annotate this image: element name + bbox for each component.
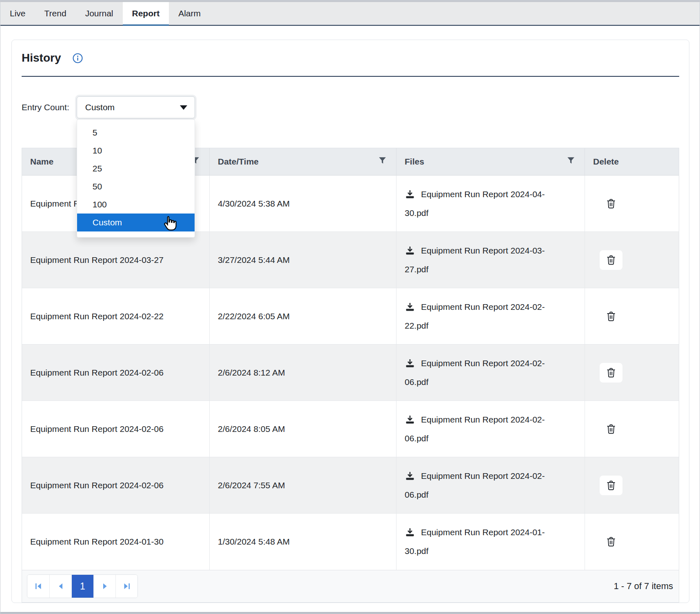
name-cell: Equipment Run Report 2024-03-27 bbox=[22, 232, 209, 288]
download-icon bbox=[405, 415, 421, 424]
delete-cell bbox=[585, 457, 679, 513]
name-cell: Equipment Run Report 2024-02-06 bbox=[22, 401, 209, 457]
entry-count-combo-wrap: Custom 5 10 25 50 100 Custom bbox=[77, 96, 195, 118]
file-download-link[interactable]: Equipment Run Report 2024-04-30.pdf bbox=[405, 185, 556, 222]
option-custom-label: Custom bbox=[93, 218, 122, 227]
option-custom[interactable]: Custom bbox=[77, 214, 195, 231]
download-icon bbox=[405, 358, 421, 368]
tab-journal[interactable]: Journal bbox=[76, 2, 123, 25]
download-icon bbox=[405, 189, 421, 199]
filter-icon[interactable] bbox=[379, 157, 386, 167]
title-divider bbox=[22, 76, 679, 77]
datetime-cell: 2/6/2024 7:55 AM bbox=[209, 457, 396, 513]
datetime-cell: 3/27/2024 5:44 AM bbox=[209, 232, 396, 288]
last-page-button[interactable] bbox=[115, 575, 137, 598]
file-download-link[interactable]: Equipment Run Report 2024-02-06.pdf bbox=[405, 410, 556, 448]
download-icon bbox=[405, 302, 421, 311]
delete-button[interactable] bbox=[600, 532, 622, 552]
app-window: Live Trend Journal Report Alarm History … bbox=[0, 0, 700, 614]
download-icon bbox=[405, 246, 421, 255]
file-download-link[interactable]: Equipment Run Report 2024-02-06.pdf bbox=[405, 354, 556, 392]
delete-cell bbox=[585, 345, 679, 400]
next-page-button[interactable] bbox=[93, 575, 115, 598]
download-icon bbox=[405, 527, 421, 537]
delete-header-label: Delete bbox=[593, 157, 619, 167]
files-cell: Equipment Run Report 2024-02-06.pdf bbox=[396, 401, 585, 457]
option-5[interactable]: 5 bbox=[77, 124, 195, 142]
delete-button[interactable] bbox=[600, 250, 622, 270]
delete-button[interactable] bbox=[600, 363, 622, 383]
entry-count-dropdown: 5 10 25 50 100 Custom bbox=[77, 119, 195, 238]
name-cell: Equipment Run Report 2024-01-30 bbox=[22, 514, 209, 570]
column-header-delete: Delete bbox=[585, 148, 679, 175]
delete-button[interactable] bbox=[600, 476, 622, 495]
delete-cell bbox=[585, 176, 679, 231]
files-cell: Equipment Run Report 2024-02-06.pdf bbox=[396, 457, 585, 513]
previous-page-button[interactable] bbox=[49, 575, 71, 598]
files-header-label: Files bbox=[405, 157, 424, 167]
info-icon[interactable] bbox=[72, 53, 83, 64]
download-icon bbox=[405, 471, 421, 481]
option-100[interactable]: 100 bbox=[77, 196, 195, 214]
chevron-down-icon bbox=[180, 105, 187, 110]
tab-bar: Live Trend Journal Report Alarm bbox=[0, 2, 700, 26]
delete-button[interactable] bbox=[600, 419, 622, 439]
files-cell: Equipment Run Report 2024-03-27.pdf bbox=[396, 232, 585, 288]
entry-count-value: Custom bbox=[85, 102, 115, 112]
option-25[interactable]: 25 bbox=[77, 160, 195, 178]
delete-button[interactable] bbox=[600, 194, 622, 214]
files-cell: Equipment Run Report 2024-04-30.pdf bbox=[396, 176, 585, 231]
tab-report[interactable]: Report bbox=[123, 2, 169, 25]
table-row: Equipment Run Report 2024-02-06 2/6/2024… bbox=[22, 401, 679, 457]
items-count-label: 1 - 7 of 7 items bbox=[614, 581, 673, 592]
delete-cell bbox=[585, 288, 679, 344]
pagination-buttons: 1 bbox=[27, 574, 138, 598]
file-download-link[interactable]: Equipment Run Report 2024-03-27.pdf bbox=[405, 241, 556, 279]
table-row: Equipment Run Report 2024-02-06 2/6/2024… bbox=[22, 345, 679, 401]
entry-count-select[interactable]: Custom bbox=[77, 96, 195, 118]
tab-trend[interactable]: Trend bbox=[35, 2, 76, 25]
page-title: History bbox=[22, 51, 61, 65]
datetime-cell: 1/30/2024 5:48 AM bbox=[209, 514, 396, 570]
pagination-bar: 1 1 - 7 of 7 items bbox=[22, 570, 679, 603]
datetime-cell: 2/22/2024 6:05 AM bbox=[209, 288, 396, 344]
datetime-cell: 2/6/2024 8:12 AM bbox=[209, 345, 396, 400]
option-50[interactable]: 50 bbox=[77, 178, 195, 196]
history-card: History Entry Count: Custom 5 10 bbox=[11, 40, 689, 603]
datetime-header-label: Date/Time bbox=[218, 157, 259, 167]
files-cell: Equipment Run Report 2024-02-06.pdf bbox=[396, 345, 585, 400]
table-row: Equipment Run Report 2024-02-06 2/6/2024… bbox=[22, 457, 679, 514]
file-download-link[interactable]: Equipment Run Report 2024-02-06.pdf bbox=[405, 467, 556, 504]
table-row: Equipment Run Report 2024-02-22 2/22/202… bbox=[22, 288, 679, 345]
datetime-cell: 2/6/2024 8:05 AM bbox=[209, 401, 396, 457]
delete-button[interactable] bbox=[600, 307, 622, 326]
file-download-link[interactable]: Equipment Run Report 2024-01-30.pdf bbox=[405, 523, 556, 561]
hand-cursor-icon bbox=[161, 216, 177, 234]
name-cell: Equipment Run Report 2024-02-06 bbox=[22, 345, 209, 400]
table-row: Equipment Run Report 2024-03-27 3/27/202… bbox=[22, 232, 679, 288]
first-page-button[interactable] bbox=[27, 575, 49, 598]
name-header-label: Name bbox=[30, 157, 53, 167]
tab-alarm[interactable]: Alarm bbox=[169, 2, 210, 25]
name-cell: Equipment Run Report 2024-02-06 bbox=[22, 457, 209, 513]
column-header-files: Files bbox=[396, 148, 585, 175]
card-header: History bbox=[22, 51, 679, 65]
datetime-cell: 4/30/2024 5:38 AM bbox=[209, 176, 396, 231]
page-1-button[interactable]: 1 bbox=[71, 575, 93, 598]
entry-count-row: Entry Count: Custom 5 10 25 50 100 Custo… bbox=[22, 96, 679, 118]
entry-count-label: Entry Count: bbox=[22, 102, 69, 112]
window-bottom-edge bbox=[0, 612, 700, 614]
files-cell: Equipment Run Report 2024-01-30.pdf bbox=[396, 514, 585, 570]
delete-cell bbox=[585, 401, 679, 457]
table-row: Equipment Run Report 2024-01-30 1/30/202… bbox=[22, 514, 679, 570]
files-cell: Equipment Run Report 2024-02-22.pdf bbox=[396, 288, 585, 344]
column-header-datetime: Date/Time bbox=[209, 148, 396, 175]
option-10[interactable]: 10 bbox=[77, 142, 195, 160]
filter-icon[interactable] bbox=[567, 157, 575, 167]
tab-live[interactable]: Live bbox=[0, 2, 35, 25]
file-download-link[interactable]: Equipment Run Report 2024-02-22.pdf bbox=[405, 298, 556, 335]
name-cell: Equipment Run Report 2024-02-22 bbox=[22, 288, 209, 344]
delete-cell bbox=[585, 514, 679, 570]
delete-cell bbox=[585, 232, 679, 288]
